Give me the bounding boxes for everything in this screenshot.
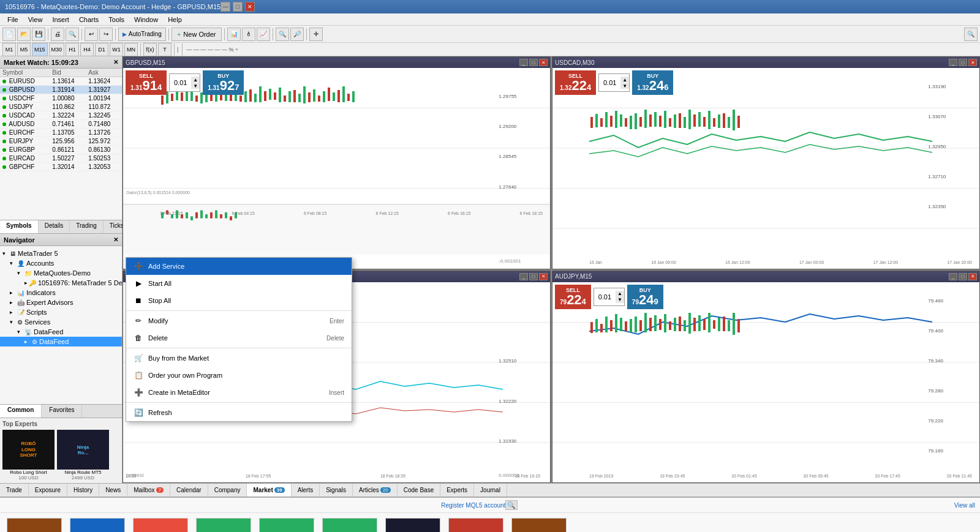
market-row[interactable]: GBPUSD 1.31914 1.31927 [0,86,122,94]
nav-expand-account-10516976[interactable]: ▸ [24,280,28,286]
cm-item-refresh[interactable]: 🔄 Refresh [126,404,352,421]
chart4-lot-down[interactable]: ▼ [616,297,624,303]
nav-tab-common[interactable]: Common [0,405,42,418]
market-row[interactable]: GBPCHF 1.32014 1.32053 [0,163,122,171]
tab-signals[interactable]: Signals [320,484,353,496]
minimize-button[interactable]: — [221,2,230,12]
marketplace-register[interactable]: Register MQL5 account [441,502,505,509]
template-button[interactable]: T [158,43,172,56]
market-watch-close[interactable]: ✕ [113,59,118,66]
chart4-close[interactable]: ✕ [968,273,977,280]
tab-company[interactable]: Company [208,484,247,496]
chart1-lot-input[interactable] [170,79,191,86]
navigator-close[interactable]: ✕ [113,236,118,243]
product-bobra[interactable]: BOBRA Bobra Adept 900 USD [5,518,63,532]
nav-expand-accounts[interactable]: ▾ [10,260,16,266]
tab-exposure[interactable]: Exposure [29,484,67,496]
tb2-btn2[interactable]: M5 [17,43,31,56]
close-button[interactable]: ✕ [245,2,255,12]
chart1-max[interactable]: □ [529,59,538,66]
chart2-close[interactable]: ✕ [968,59,977,66]
chart1-close[interactable]: ✕ [539,59,548,66]
market-row[interactable]: EURGBP 0.86121 0.86130 [0,146,122,154]
tb2-btn1[interactable]: M1 [2,43,16,56]
chart3-max[interactable]: □ [529,273,538,280]
zoom-in-button[interactable]: 🔍 [276,28,289,41]
expert-ninja[interactable]: NinjaRo... Ninja Route MT5 2499 USD [57,430,109,481]
chart4-lot-input[interactable] [594,293,616,301]
nav-expand-datafeed[interactable]: ▾ [17,329,23,335]
cm-item-start-all[interactable]: ▶ Start All [126,275,352,292]
chart1-buy-btn[interactable]: BUY 1.31 92 7 [203,70,244,95]
chart4-lot[interactable]: ▲ ▼ [594,288,625,306]
maximize-button[interactable]: □ [233,2,243,12]
product-neuralhunter[interactable]: B Neural Hunter... 165 USD [257,518,315,532]
chart1-lot-up[interactable]: ▲ [191,77,200,83]
context-menu[interactable]: ➕ Add Service ▶ Start All ⏹ Stop All ✏ M… [126,257,352,422]
product-breaklevels2[interactable]: B BreakLevels MT5 374 USD [320,518,379,532]
chart1-min[interactable]: _ [519,59,528,66]
chart3-min[interactable]: _ [519,273,528,280]
nav-item-expert-advisors[interactable]: ▸ 🤖 Expert Advisors [0,298,122,307]
nav-item-account-10516976[interactable]: ▸ 🔑 10516976: MetaTrader 5 Dem [0,278,122,288]
chart1-lot-down[interactable]: ▼ [191,83,200,89]
cm-item-stop-all[interactable]: ⏹ Stop All [126,292,352,309]
chart2-min[interactable]: _ [949,59,957,66]
menu-insert[interactable]: Insert [47,15,74,24]
line-chart-button[interactable]: 📈 [257,28,270,41]
cm-item-delete[interactable]: 🗑 Delete Delete [126,329,352,347]
expert-robo[interactable]: ROBÔLONGSHORT Robo Long Short 100 USD [2,430,55,481]
nav-expand-expert-advisors[interactable]: ▸ [10,299,16,305]
nav-tab-favorites[interactable]: Favorites [42,405,82,418]
tb2-btn6[interactable]: H4 [80,43,94,56]
nav-item-services[interactable]: ▾ ⚙ Services [0,317,122,327]
nav-item-indicators[interactable]: ▸ 📊 Indicators [0,288,122,298]
nav-item-accounts[interactable]: ▾ 👤 Accounts [0,258,122,268]
nav-expand-metatrader5[interactable]: ▾ [2,250,9,257]
chart4-lot-up[interactable]: ▲ [616,291,624,297]
candle-chart-button[interactable]: 🕯 [242,28,255,41]
chart2-buy-btn[interactable]: BUY 1.32 24 6 [632,70,673,95]
nav-expand-indicators[interactable]: ▸ [10,290,16,296]
tab-symbols[interactable]: Symbols [0,220,39,233]
undo-button[interactable]: ↩ [85,28,98,41]
print-preview-button[interactable]: 🔍 [66,28,79,41]
chart2-lot-down[interactable]: ▼ [620,83,629,89]
tab-market[interactable]: Market39 [247,484,291,496]
tab-news[interactable]: News [99,484,127,496]
tb2-btn5[interactable]: H1 [66,43,79,56]
nav-expand-scripts[interactable]: ▸ [10,309,16,315]
nav-item-metaquotes-demo[interactable]: ▾ 📁 MetaQuotes-Demo [0,268,122,278]
market-row[interactable]: USDCAD 1.32224 1.32245 [0,111,122,120]
tb2-btn9[interactable]: MN [124,43,138,56]
nav-expand-datafeed-item[interactable]: ▸ [24,339,31,345]
open-button[interactable]: 📂 [17,28,31,41]
chart2-lot-up[interactable]: ▲ [620,77,629,83]
nav-item-scripts[interactable]: ▸ 📝 Scripts [0,307,122,317]
menu-window[interactable]: Window [129,15,163,24]
save-button[interactable]: 💾 [32,28,45,41]
cm-item-order-program[interactable]: 📋 Order your own Program [126,367,352,384]
zoom-out-button[interactable]: 🔎 [290,28,304,41]
market-row[interactable]: EURJPY 125.956 125.972 [0,137,122,146]
cm-item-create-editor[interactable]: ➕ Create in MetaEditor Insert [126,384,352,401]
chart2-body[interactable]: SELL 1.32 22 4 ▲ ▼ [552,68,979,269]
nav-expand-services[interactable]: ▾ [10,319,16,325]
tab-trading[interactable]: Trading [70,220,104,233]
product-triton[interactable]: TRITON Triton 1190 USD [383,518,442,532]
indicators-button[interactable]: f(x) [143,43,157,56]
tb2-btn3[interactable]: M15 [32,43,48,56]
bar-chart-button[interactable]: 📊 [227,28,241,41]
tb2-btn8[interactable]: W1 [110,43,123,56]
tb2-btn7[interactable]: D1 [95,43,108,56]
tab-codebook[interactable]: Code Base [398,484,440,496]
chart1-body[interactable]: SELL 1.31 91 4 ▲ ▼ [123,68,550,269]
market-row[interactable]: EURCHF 1.13705 1.13726 [0,129,122,137]
search-toolbar-button[interactable]: 🔍 [964,28,978,41]
chart4-max[interactable]: □ [959,273,967,280]
tab-calendar[interactable]: Calendar [170,484,208,496]
new-order-button[interactable]: + New Order [172,28,222,41]
market-row[interactable]: USDCHF 1.00080 1.00194 [0,94,122,103]
cm-item-buy-market[interactable]: 🛒 Buy from the Market [126,350,352,367]
tb2-btn4[interactable]: M30 [49,43,65,56]
